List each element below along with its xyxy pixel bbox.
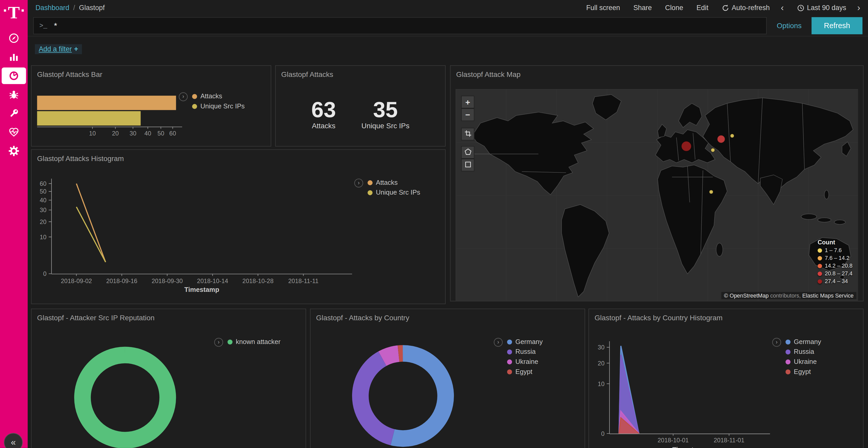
query-input[interactable]: >_ * — [33, 17, 767, 34]
island-philippines — [824, 190, 829, 199]
legend-label: Russia — [516, 348, 536, 356]
svg-text:60: 60 — [40, 180, 46, 187]
query-prompt-icon: >_ — [39, 22, 47, 30]
breadcrumb-dashboard-link[interactable]: Dashboard — [35, 4, 69, 12]
polygon-icon — [464, 148, 471, 157]
country-area-chart[interactable]: 01020302018-10-012018-11-01Timestamp — [589, 309, 863, 448]
sidebar-item-compass[interactable] — [0, 29, 28, 47]
legend-color-dot — [785, 369, 790, 374]
svg-text:2018-10-14: 2018-10-14 — [197, 278, 228, 284]
add-filter-label: Add a filter — [39, 45, 72, 53]
panel-attacks-by-country: Glastopf - Attacks by Country ›GermanyRu… — [310, 309, 585, 448]
legend-item[interactable]: Attacks — [192, 92, 245, 100]
query-bar: >_ * Options Refresh — [28, 15, 868, 36]
svg-text:2018-09-02: 2018-09-02 — [61, 278, 92, 284]
legend-item[interactable]: Egypt — [785, 368, 821, 376]
island-indonesia-3 — [834, 220, 845, 224]
metric-unique-src-ips: 35Unique Src IPs — [362, 98, 409, 130]
map-legend-item: 7.6 – 14.2 — [817, 255, 852, 261]
reputation-donut-chart[interactable] — [32, 309, 306, 448]
sidebar-item-dashboard[interactable] — [2, 67, 26, 84]
add-filter-button[interactable]: Add a filter+ — [35, 44, 82, 54]
telekom-logo[interactable]: T — [0, 0, 28, 29]
legend-label: known attacker — [236, 338, 281, 346]
draw-rectangle-button[interactable] — [461, 159, 474, 171]
edit-button[interactable]: Edit — [696, 4, 708, 12]
legend-item[interactable]: Germany — [785, 338, 821, 346]
legend-toggle-button[interactable]: › — [494, 338, 502, 347]
time-forward-button[interactable]: › — [858, 3, 860, 12]
sidebar-item-bug[interactable] — [0, 85, 28, 104]
full-screen-button[interactable]: Full screen — [586, 4, 620, 12]
share-button[interactable]: Share — [633, 4, 652, 12]
auto-refresh-button[interactable]: Auto-refresh — [722, 4, 770, 12]
time-range-button[interactable]: Last 90 days — [797, 4, 846, 12]
zoom-in-button[interactable]: + — [461, 96, 474, 108]
legend-item[interactable]: Ukraine — [507, 358, 543, 366]
panel-title: Glastopf Attacks Histogram — [32, 150, 445, 167]
sidebar-item-wrench[interactable] — [0, 104, 28, 123]
clone-button[interactable]: Clone — [665, 4, 683, 12]
legend-item[interactable]: Russia — [507, 348, 543, 356]
chart-legend: ›known attacker — [214, 338, 281, 347]
legend-toggle-button[interactable]: › — [179, 92, 188, 101]
legend-item[interactable]: Germany — [507, 338, 543, 346]
legend-item[interactable]: Attacks — [368, 179, 420, 186]
legend-color-dot — [507, 349, 512, 354]
svg-text:0: 0 — [43, 271, 46, 277]
legend-item[interactable]: Ukraine — [785, 358, 821, 366]
map-legend-dot — [817, 279, 822, 283]
sidebar-item-bar-chart[interactable] — [0, 47, 28, 66]
region-japan — [842, 142, 851, 156]
world-map[interactable]: +− Count 1 – 7.67.6 – 14.214.2 – 20.820.… — [456, 89, 858, 301]
legend-toggle-button[interactable]: › — [772, 338, 781, 347]
map-legend-dot — [817, 264, 822, 268]
options-button[interactable]: Options — [777, 22, 802, 30]
zoom-out-button[interactable]: − — [461, 108, 474, 121]
openstreetmap-link[interactable]: © OpenStreetMap — [724, 292, 769, 299]
metric-attacks: 63Attacks — [311, 98, 336, 130]
svg-text:50: 50 — [158, 130, 164, 137]
map-legend-dot — [817, 271, 822, 276]
elastic-maps-link[interactable]: Elastic Maps Service — [802, 292, 854, 299]
svg-text:2018-11-01: 2018-11-01 — [714, 437, 745, 444]
svg-text:Timestamp: Timestamp — [672, 446, 707, 448]
dashboard-icon — [8, 70, 20, 81]
refresh-button[interactable]: Refresh — [811, 17, 862, 34]
square-icon — [464, 160, 471, 170]
legend-item[interactable]: Unique Src IPs — [368, 188, 420, 196]
svg-text:10: 10 — [598, 381, 604, 387]
panel-attacks-histogram: Glastopf Attacks Histogram 0102030405060… — [31, 149, 445, 304]
svg-text:2018-10-28: 2018-10-28 — [242, 278, 274, 284]
legend-label: Attacks — [376, 179, 398, 186]
draw-bounds-button[interactable] — [461, 128, 474, 140]
legend-item[interactable]: Egypt — [507, 368, 543, 376]
sidebar-item-gear[interactable] — [0, 142, 28, 161]
logo-square-left — [4, 9, 6, 12]
panel-title: Glastopf Attacks — [276, 66, 445, 83]
legend-color-dot — [507, 339, 512, 344]
map-legend-range: 1 – 7.6 — [825, 247, 842, 253]
panel-title: Glastopf - Attacker Src IP Reputation — [32, 309, 306, 326]
auto-refresh-icon — [722, 4, 729, 11]
svg-text:Timestamp: Timestamp — [184, 286, 219, 293]
draw-polygon-button[interactable] — [461, 146, 474, 159]
svg-text:40: 40 — [145, 130, 151, 137]
metric-value: 35 — [362, 98, 409, 121]
legend-label: Russia — [794, 348, 814, 356]
time-back-button[interactable]: ‹ — [781, 3, 783, 12]
legend-toggle-button[interactable]: › — [214, 338, 223, 347]
bug-icon — [8, 89, 20, 100]
legend-item[interactable]: Unique Src IPs — [192, 102, 245, 110]
legend-color-dot — [368, 180, 373, 185]
panel-title: Glastopf Attack Map — [451, 66, 863, 83]
country-donut-chart[interactable] — [311, 309, 585, 448]
legend-toggle-button[interactable]: › — [354, 179, 363, 187]
legend-item[interactable]: Russia — [785, 348, 821, 356]
attacks-line-chart[interactable]: 01020304050602018-09-022018-09-162018-09… — [32, 150, 445, 304]
legend-label: Unique Src IPs — [200, 102, 245, 110]
legend-color-dot — [368, 190, 373, 195]
sidebar-item-heartbeat[interactable] — [0, 123, 28, 142]
legend-item[interactable]: known attacker — [227, 338, 281, 346]
chart-legend: ›GermanyRussiaUkraineEgypt — [772, 338, 821, 376]
